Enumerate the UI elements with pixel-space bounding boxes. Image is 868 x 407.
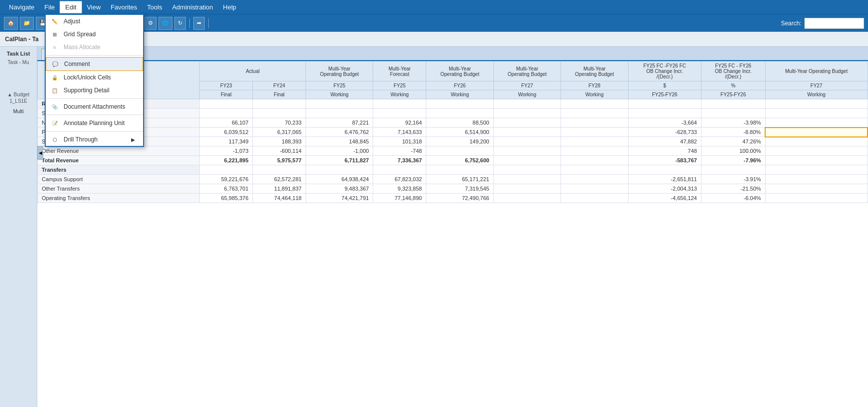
cell[interactable] (493, 137, 561, 146)
cell[interactable] (373, 109, 426, 118)
cell-highlighted[interactable] (765, 128, 868, 137)
cell[interactable] (561, 165, 629, 175)
menu-navigate[interactable]: Navigate (4, 1, 39, 13)
cell[interactable]: -21.50% (701, 184, 765, 194)
sidebar-budget-item[interactable]: ▲ Budget 1_LS1E (0, 91, 37, 105)
cell[interactable] (765, 175, 868, 184)
cell[interactable] (561, 146, 629, 156)
cell[interactable]: -2,651,811 (628, 175, 701, 184)
cell[interactable]: 92,164 (373, 118, 426, 128)
cell[interactable]: 748 (628, 146, 701, 156)
cell[interactable]: 100.00% (701, 146, 765, 156)
cell[interactable] (561, 194, 629, 203)
cell[interactable]: 101,318 (373, 137, 426, 146)
cell[interactable]: 74,421,791 (306, 194, 373, 203)
cell[interactable]: -6.04% (701, 194, 765, 203)
cell[interactable] (561, 118, 629, 128)
cell[interactable] (628, 99, 701, 109)
cell[interactable] (253, 165, 306, 175)
cell[interactable]: 66,107 (200, 118, 253, 128)
cell[interactable] (306, 99, 373, 109)
cell[interactable]: -4,656,124 (628, 194, 701, 203)
cell[interactable]: 9,483,367 (306, 184, 373, 194)
cell[interactable] (561, 137, 629, 146)
cell[interactable] (493, 156, 561, 165)
toolbar-btn-10[interactable]: ⚙ (145, 17, 157, 30)
toolbar-btn-2[interactable]: 📁 (20, 17, 34, 30)
cell[interactable]: 6,221,895 (200, 156, 253, 165)
cell[interactable]: 6,039,512 (200, 128, 253, 137)
cell[interactable]: 6,317,065 (253, 128, 306, 137)
cell[interactable]: -8.80% (701, 128, 765, 137)
cell[interactable]: -3.98% (701, 118, 765, 128)
cell[interactable]: 7,143,633 (373, 128, 426, 137)
cell[interactable]: 88,500 (426, 118, 494, 128)
cell[interactable] (765, 99, 868, 109)
cell[interactable] (306, 109, 373, 118)
cell[interactable]: 11,891,837 (253, 184, 306, 194)
cell[interactable] (200, 109, 253, 118)
toolbar-btn-13[interactable]: ➡ (193, 17, 205, 30)
search-input[interactable] (804, 18, 864, 29)
cell[interactable]: 70,233 (253, 118, 306, 128)
cell[interactable] (493, 184, 561, 194)
menu-item-supporting-detail[interactable]: 📋 Supporting Detail (46, 84, 143, 97)
cell[interactable] (493, 175, 561, 184)
cell[interactable] (426, 146, 494, 156)
cell[interactable]: 47.26% (701, 137, 765, 146)
cell[interactable] (426, 99, 494, 109)
cell[interactable]: -583,767 (628, 156, 701, 165)
cell[interactable]: 7,319,545 (426, 184, 494, 194)
menu-help[interactable]: Help (218, 1, 241, 13)
cell[interactable] (765, 194, 868, 203)
cell[interactable]: -3.91% (701, 175, 765, 184)
cell[interactable] (493, 118, 561, 128)
cell[interactable] (373, 165, 426, 175)
toolbar-btn-11[interactable]: 🌐 (158, 17, 172, 30)
cell[interactable]: 188,393 (253, 137, 306, 146)
cell[interactable]: 77,146,890 (373, 194, 426, 203)
cell[interactable] (765, 109, 868, 118)
cell[interactable]: 72,490,766 (426, 194, 494, 203)
menu-favorites[interactable]: Favorites (106, 1, 142, 13)
cell[interactable]: 59,221,676 (200, 175, 253, 184)
cell[interactable] (765, 156, 868, 165)
cell[interactable] (628, 109, 701, 118)
cell[interactable]: -2,004,313 (628, 184, 701, 194)
cell[interactable] (373, 99, 426, 109)
cell[interactable] (561, 175, 629, 184)
cell[interactable]: 149,200 (426, 137, 494, 146)
cell[interactable] (701, 165, 765, 175)
cell[interactable] (561, 99, 629, 109)
menu-item-drill-through[interactable]: ⬡ Drill Through ▶ (46, 133, 143, 146)
cell[interactable] (765, 165, 868, 175)
cell[interactable]: -1,000 (306, 146, 373, 156)
cell[interactable]: 6,711,827 (306, 156, 373, 165)
menu-item-annotate[interactable]: 📝 Annotate Planning Unit (46, 117, 143, 130)
cell[interactable]: 6,514,900 (426, 128, 494, 137)
cell[interactable]: -3,664 (628, 118, 701, 128)
cell[interactable]: 148,845 (306, 137, 373, 146)
cell[interactable] (493, 109, 561, 118)
cell[interactable]: 7,336,367 (373, 156, 426, 165)
cell[interactable]: 5,975,577 (253, 156, 306, 165)
cell[interactable]: 67,823,032 (373, 175, 426, 184)
cell[interactable]: 47,882 (628, 137, 701, 146)
menu-tools[interactable]: Tools (142, 1, 167, 13)
cell[interactable] (493, 128, 561, 137)
cell[interactable] (493, 99, 561, 109)
cell[interactable] (701, 99, 765, 109)
toolbar-btn-1[interactable]: 🏠 (4, 17, 18, 30)
cell[interactable] (561, 109, 629, 118)
cell[interactable] (426, 109, 494, 118)
menu-item-grid-spread[interactable]: ⊞ Grid Spread (46, 28, 143, 41)
menu-item-document-attach[interactable]: 📎 Document Attachments (46, 100, 143, 113)
cell[interactable]: -628,733 (628, 128, 701, 137)
cell[interactable]: -7.96% (701, 156, 765, 165)
menu-item-adjust[interactable]: ✏️ Adjust (46, 15, 143, 28)
cell[interactable] (493, 165, 561, 175)
cell[interactable]: -600,114 (253, 146, 306, 156)
cell[interactable] (561, 184, 629, 194)
cell[interactable] (200, 165, 253, 175)
table-container[interactable]: Actual Multi-YearOperating Budget Multi-… (37, 61, 868, 392)
